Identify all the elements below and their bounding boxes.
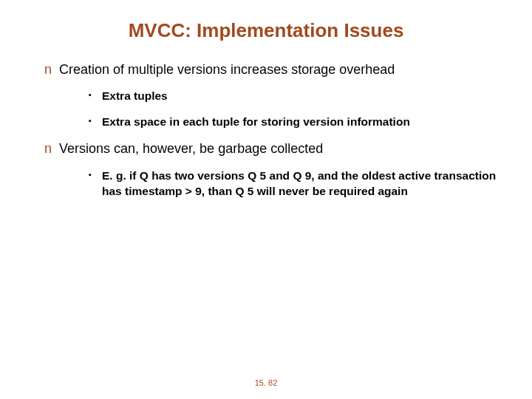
bullet-2: n Versions can, however, be garbage coll… (44, 140, 510, 157)
bullet-1-sub-1: ▪ Extra tuples (89, 89, 510, 104)
sub-bullet-marker: ▪ (89, 168, 102, 182)
slide-title: MVCC: Implementation Issues (22, 19, 510, 42)
bullet-2-sub-1: ▪ E. g. if Q has two versions Q 5 and Q … (89, 168, 510, 200)
bullet-text: Versions can, however, be garbage collec… (59, 140, 323, 157)
sub-bullet-marker: ▪ (89, 89, 102, 102)
bullet-marker: n (44, 140, 59, 157)
bullet-1-sub-2: ▪ Extra space in each tuple for storing … (89, 115, 510, 130)
sub-bullet-text: Extra tuples (102, 89, 168, 104)
sub-bullet-marker: ▪ (89, 115, 102, 128)
bullet-1: n Creation of multiple versions increase… (44, 61, 510, 78)
bullet-marker: n (44, 61, 59, 78)
sub-bullet-text: Extra space in each tuple for storing ve… (102, 115, 410, 130)
slide-number: 15. 82 (0, 378, 532, 387)
sub-bullet-text: E. g. if Q has two versions Q 5 and Q 9,… (102, 168, 510, 200)
bullet-text: Creation of multiple versions increases … (59, 61, 395, 78)
